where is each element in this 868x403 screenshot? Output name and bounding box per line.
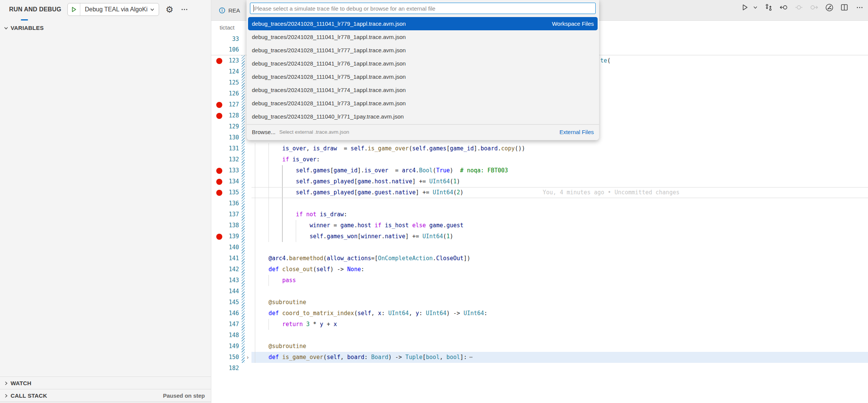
editor-gutter[interactable]: 144 <box>211 286 251 297</box>
modified-lines-indicator[interactable] <box>242 132 245 143</box>
external-files-group-label: External Files <box>559 129 594 135</box>
code-line[interactable]: 142def close_out(self) -> None: <box>211 264 868 275</box>
editor-gutter[interactable]: 106 <box>211 44 251 55</box>
code-line[interactable]: 135self.games_played[game.guest.native] … <box>211 187 868 198</box>
quickpick-item[interactable]: debug_traces/20241028_111041_lr779_1appl… <box>248 17 598 30</box>
modified-lines-indicator[interactable] <box>242 88 245 99</box>
line-number[interactable]: 126 <box>223 88 239 99</box>
code-line[interactable]: 131is_over, is_draw = self.is_game_over(… <box>211 143 868 154</box>
modified-lines-indicator[interactable] <box>242 198 245 209</box>
breakpoint-dot[interactable] <box>216 102 222 108</box>
modified-lines-indicator[interactable] <box>242 66 245 77</box>
code-line[interactable]: 140 <box>211 242 868 253</box>
editor-gutter[interactable]: 127 <box>211 99 251 110</box>
modified-lines-indicator[interactable] <box>242 77 245 88</box>
quickpick-item[interactable]: debug_traces/20241028_111041_lr777_1appl… <box>247 44 599 57</box>
text-caret <box>253 5 254 12</box>
line-number[interactable]: 129 <box>223 121 239 132</box>
modified-lines-indicator[interactable] <box>242 286 245 297</box>
debug-settings-gear-button[interactable]: ⚙ <box>164 5 174 14</box>
modified-lines-indicator[interactable] <box>242 242 245 253</box>
line-number[interactable]: 124 <box>223 66 239 77</box>
code-line[interactable]: 136 <box>211 198 868 209</box>
quickpick-item[interactable]: debug_traces/20241028_111041_lr776_1appl… <box>247 57 599 70</box>
quickpick-item[interactable]: debug_traces/20241028_111040_lr771_1pay.… <box>247 110 599 123</box>
code-line[interactable]: 134self.games_played[game.host.native] +… <box>211 176 868 187</box>
code-line[interactable]: 146def coord_to_matrix_index(self, x: UI… <box>211 308 868 319</box>
line-number[interactable]: 127 <box>223 99 239 110</box>
modified-lines-indicator[interactable] <box>242 110 245 121</box>
run-options-chevron[interactable] <box>752 3 758 12</box>
editor-more-actions-button[interactable] <box>855 3 864 12</box>
editor-gutter[interactable]: 140 <box>211 242 251 253</box>
editor-gutter[interactable]: 128 <box>211 110 251 121</box>
code-line[interactable]: 182 <box>211 363 868 374</box>
editor-gutter[interactable]: 33 <box>211 34 251 44</box>
editor-gutter[interactable]: 182 <box>211 363 251 374</box>
variables-section-header[interactable]: VARIABLES <box>0 22 211 34</box>
modified-lines-indicator[interactable] <box>242 330 245 341</box>
line-number[interactable]: 125 <box>223 77 239 88</box>
editor-gutter[interactable]: 125 <box>211 77 251 88</box>
modified-lines-indicator[interactable] <box>242 121 245 132</box>
modified-lines-indicator[interactable] <box>242 99 245 110</box>
code-line[interactable]: 149@subroutine <box>211 341 868 352</box>
line-number[interactable]: 148 <box>223 330 239 341</box>
code-text: @subroutine <box>211 297 868 308</box>
code-text: return 3 * y + x <box>211 319 868 330</box>
code-line[interactable]: 132if is_over: <box>211 154 868 165</box>
start-debug-button[interactable] <box>68 3 80 16</box>
quickpick-item[interactable]: debug_traces/20241028_111041_lr778_1appl… <box>247 30 599 44</box>
line-number[interactable]: 136 <box>223 198 239 209</box>
section-divider <box>0 401 211 403</box>
code-line[interactable]: 141@arc4.baremethod(allow_actions=[OnCom… <box>211 253 868 264</box>
line-number[interactable]: 144 <box>223 286 239 297</box>
code-line[interactable]: 133self.games[game_id].is_over = arc4.Bo… <box>211 165 868 176</box>
folded-code-ellipsis[interactable]: ⋯ <box>469 354 473 361</box>
editor-gutter[interactable]: 129 <box>211 121 251 132</box>
code-line[interactable]: 139self.games_won[winner.native] += UInt… <box>211 231 868 242</box>
debug-config-select[interactable]: Debug TEAL via AlgoKi <box>80 6 149 13</box>
code-line[interactable]: 145@subroutine <box>211 297 868 308</box>
quickpick-browse-item[interactable]: Browse... Select external .trace.avm.jso… <box>247 125 599 138</box>
code-line[interactable]: 148 <box>211 330 868 341</box>
run-button[interactable] <box>740 3 749 12</box>
breakpoint-dot[interactable] <box>216 113 222 119</box>
quickpick-input[interactable]: Please select a simulate trace file to d… <box>250 3 596 14</box>
call-stack-section-header[interactable]: CALL STACK Paused on step <box>0 389 211 402</box>
breadcrumb-file[interactable]: tictact <box>220 24 234 31</box>
line-number[interactable]: 33 <box>223 34 239 44</box>
split-editor-button[interactable] <box>840 3 849 12</box>
code-line[interactable]: 138winner = game.host if is_host else ga… <box>211 220 868 231</box>
code-text: def close_out(self) -> None: <box>211 264 868 275</box>
code-line[interactable]: 144 <box>211 286 868 297</box>
browse-description: Select external .trace.avm.json <box>279 129 350 135</box>
editor-gutter[interactable]: 136 <box>211 198 251 209</box>
more-actions-button[interactable] <box>180 5 189 14</box>
line-number[interactable]: 140 <box>223 242 239 253</box>
line-number[interactable]: 128 <box>223 110 239 121</box>
code-text: self.games_won[winner.native] += UInt64(… <box>211 231 868 242</box>
open-changes-graph-button[interactable] <box>824 3 834 12</box>
code-line[interactable]: 147return 3 * y + x <box>211 319 868 330</box>
line-number[interactable]: 106 <box>223 44 239 55</box>
quickpick-item[interactable]: debug_traces/20241028_111041_lr774_1appl… <box>247 83 599 97</box>
quickpick-item[interactable]: debug_traces/20241028_111041_lr773_1appl… <box>247 97 599 110</box>
line-number[interactable]: 130 <box>223 132 239 143</box>
chevron-down-icon[interactable] <box>149 7 159 12</box>
quickpick-item[interactable]: debug_traces/20241028_111041_lr775_1appl… <box>247 70 599 83</box>
tab-readme[interactable]: REA <box>211 0 240 20</box>
code-text: pass <box>211 275 868 286</box>
line-number[interactable]: 182 <box>223 363 239 374</box>
trace-file-label: debug_traces/20241028_111041_lr773_1appl… <box>252 100 406 106</box>
code-line[interactable]: 150›def is_game_over(self, board: Board)… <box>211 352 868 363</box>
code-line[interactable]: 143pass <box>211 275 868 286</box>
editor-gutter[interactable]: 124 <box>211 66 251 77</box>
code-line[interactable]: 137if not is_draw: <box>211 209 868 220</box>
previous-change-button[interactable] <box>779 3 788 12</box>
editor-gutter[interactable]: 148 <box>211 330 251 341</box>
compare-changes-icon[interactable] <box>764 3 773 12</box>
watch-section-header[interactable]: WATCH <box>0 376 211 389</box>
editor-gutter[interactable]: 130 <box>211 132 251 143</box>
editor-gutter[interactable]: 126 <box>211 88 251 99</box>
